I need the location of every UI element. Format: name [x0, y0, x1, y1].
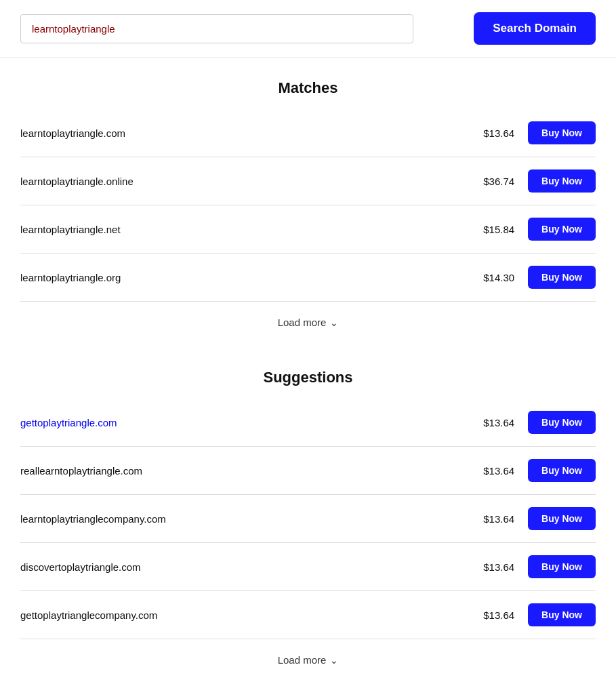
table-row: discovertoplaytriangle.com $13.64 Buy No…: [20, 543, 596, 591]
domain-name: learntoplaytriangle.com: [20, 127, 474, 139]
matches-load-more-label: Load more: [278, 317, 327, 328]
table-row: gettoplaytriangle.com $13.64 Buy Now: [20, 399, 596, 447]
buy-now-button[interactable]: Buy Now: [528, 411, 596, 434]
buy-now-button[interactable]: Buy Now: [528, 266, 596, 289]
search-input[interactable]: [20, 14, 413, 43]
matches-list: learntoplaytriangle.com $13.64 Buy Now l…: [20, 109, 596, 302]
domain-price: $13.64: [474, 561, 514, 573]
suggestions-load-more[interactable]: Load more ⌄: [0, 639, 616, 684]
chevron-down-icon: ⌄: [330, 317, 338, 328]
matches-load-more[interactable]: Load more ⌄: [0, 302, 616, 347]
domain-name: gettoplaytriangle.com: [20, 417, 474, 428]
domain-price: $36.74: [474, 176, 514, 187]
matches-section-title: Matches: [0, 79, 616, 97]
table-row: learntoplaytriangle.online $36.74 Buy No…: [20, 157, 596, 205]
buy-now-button[interactable]: Buy Now: [528, 555, 596, 578]
domain-price: $13.64: [474, 513, 514, 525]
domain-name: gettoplaytrianglecompany.com: [20, 609, 474, 621]
buy-now-button[interactable]: Buy Now: [528, 507, 596, 530]
domain-name: discovertoplaytriangle.com: [20, 561, 474, 573]
page-header: Search Domain: [0, 0, 616, 58]
buy-now-button[interactable]: Buy Now: [528, 218, 596, 241]
domain-name: learntoplaytriangle.org: [20, 272, 474, 283]
buy-now-button[interactable]: Buy Now: [528, 169, 596, 193]
chevron-down-icon: ⌄: [330, 655, 338, 666]
table-row: learntoplaytriangle.com $13.64 Buy Now: [20, 109, 596, 157]
table-row: reallearntoplaytriangle.com $13.64 Buy N…: [20, 447, 596, 495]
domain-price: $13.64: [474, 465, 514, 477]
domain-price: $13.64: [474, 127, 514, 139]
domain-price: $14.30: [474, 272, 514, 283]
domain-name: reallearntoplaytriangle.com: [20, 465, 474, 477]
suggestions-list: gettoplaytriangle.com $13.64 Buy Now rea…: [20, 399, 596, 639]
table-row: learntoplaytriangle.org $14.30 Buy Now: [20, 254, 596, 302]
buy-now-button[interactable]: Buy Now: [528, 459, 596, 482]
domain-price: $13.64: [474, 417, 514, 428]
table-row: gettoplaytrianglecompany.com $13.64 Buy …: [20, 591, 596, 639]
table-row: learntoplaytrianglecompany.com $13.64 Bu…: [20, 495, 596, 543]
suggestions-load-more-label: Load more: [278, 654, 327, 666]
suggestions-section-title: Suggestions: [0, 369, 616, 386]
buy-now-button[interactable]: Buy Now: [528, 121, 596, 144]
buy-now-button[interactable]: Buy Now: [528, 603, 596, 626]
table-row: learntoplaytriangle.net $15.84 Buy Now: [20, 205, 596, 254]
domain-price: $13.64: [474, 609, 514, 621]
main-content: Matches learntoplaytriangle.com $13.64 B…: [0, 79, 616, 684]
domain-name: learntoplaytrianglecompany.com: [20, 513, 474, 525]
domain-name: learntoplaytriangle.net: [20, 224, 474, 235]
search-domain-button[interactable]: Search Domain: [474, 12, 596, 45]
domain-name: learntoplaytriangle.online: [20, 176, 474, 187]
domain-price: $15.84: [474, 224, 514, 235]
